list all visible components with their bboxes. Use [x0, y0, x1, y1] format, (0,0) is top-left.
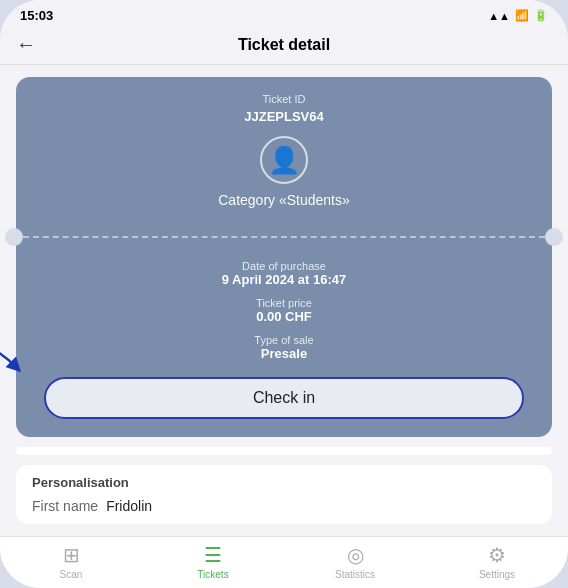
statistics-label: Statistics	[335, 569, 375, 580]
checkpoints-title: Valid check points	[16, 447, 552, 455]
nav-item-settings[interactable]: ⚙ Settings	[467, 543, 527, 580]
sale-type-group: Type of sale Presale	[254, 334, 313, 361]
wifi-icon: 📶	[515, 9, 529, 22]
ticket-top: Ticket ID JJZEPLSV64 👤 Category «Student…	[16, 77, 552, 228]
nav-item-scan[interactable]: ⊞ Scan	[41, 543, 101, 580]
settings-icon: ⚙	[488, 543, 506, 567]
settings-label: Settings	[479, 569, 515, 580]
signal-icon: ▲▲	[488, 10, 510, 22]
ticket-card: Ticket ID JJZEPLSV64 👤 Category «Student…	[16, 77, 552, 437]
status-icons: ▲▲ 📶 🔋	[488, 9, 548, 22]
ticket-id-label: Ticket ID	[263, 93, 306, 105]
statistics-icon: ◎	[347, 543, 364, 567]
personalisation-key-1: First name	[32, 498, 98, 514]
category-label: Category «Students»	[218, 192, 350, 208]
date-label: Date of purchase	[222, 260, 347, 272]
phone-frame: 15:03 ▲▲ 📶 🔋 ← Ticket detail	[0, 0, 568, 588]
purchase-date-group: Date of purchase 9 April 2024 at 16:47	[222, 260, 347, 287]
nav-item-statistics[interactable]: ◎ Statistics	[325, 543, 385, 580]
personalisation-row-1: First name Fridolin	[32, 498, 536, 514]
ticket-divider	[14, 228, 554, 246]
nav-header: ← Ticket detail	[0, 27, 568, 65]
sale-label: Type of sale	[254, 334, 313, 346]
price-value: 0.00 CHF	[256, 309, 312, 324]
battery-icon: 🔋	[534, 9, 548, 22]
tickets-icon: ☰	[204, 543, 222, 567]
divider-notch-right	[545, 228, 563, 246]
avatar: 👤	[260, 136, 308, 184]
price-label: Ticket price	[256, 297, 312, 309]
sale-value: Presale	[254, 346, 313, 361]
user-icon: 👤	[268, 145, 300, 176]
checkpoints-card: Valid check points 👤 Check point «Front …	[16, 447, 552, 455]
bottom-nav: ⊞ Scan ☰ Tickets ◎ Statistics ⚙ Settings	[0, 536, 568, 588]
scan-icon: ⊞	[63, 543, 80, 567]
ticket-price-group: Ticket price 0.00 CHF	[256, 297, 312, 324]
scan-label: Scan	[60, 569, 83, 580]
personalisation-card: Personalisation First name Fridolin	[16, 465, 552, 524]
content-area: Ticket ID JJZEPLSV64 👤 Category «Student…	[0, 65, 568, 536]
time-display: 15:03	[20, 8, 53, 23]
date-value: 9 April 2024 at 16:47	[222, 272, 347, 287]
back-button[interactable]: ←	[16, 33, 36, 56]
divider-notch-left	[5, 228, 23, 246]
tickets-label: Tickets	[197, 569, 228, 580]
status-bar: 15:03 ▲▲ 📶 🔋	[0, 0, 568, 27]
checkin-button[interactable]: Check in	[44, 377, 524, 419]
personalisation-title: Personalisation	[32, 475, 536, 490]
ticket-id-value: JJZEPLSV64	[244, 109, 324, 124]
page-title: Ticket detail	[46, 36, 522, 54]
checkin-btn-wrapper: Check in	[36, 377, 532, 419]
personalisation-val-1: Fridolin	[106, 498, 152, 514]
divider-line	[23, 236, 545, 238]
nav-item-tickets[interactable]: ☰ Tickets	[183, 543, 243, 580]
ticket-bottom: Date of purchase 9 April 2024 at 16:47 T…	[16, 246, 552, 437]
